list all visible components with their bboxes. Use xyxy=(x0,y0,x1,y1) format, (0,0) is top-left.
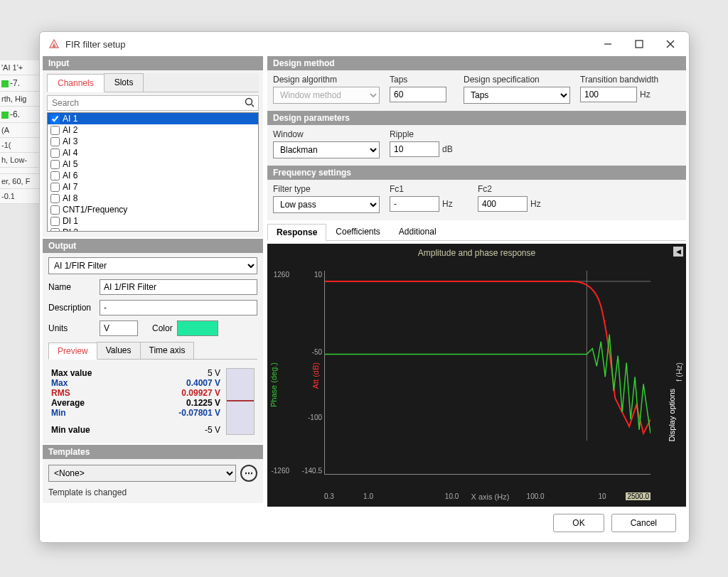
channel-item[interactable]: CNT1/Frequency xyxy=(48,204,258,215)
x-axis-label: X axis (Hz) xyxy=(471,492,510,501)
search-input[interactable] xyxy=(47,95,259,111)
channel-checkbox[interactable] xyxy=(50,137,60,146)
channel-item[interactable]: DI 1 xyxy=(48,215,258,227)
window-select[interactable]: Blackman xyxy=(273,141,380,158)
response-tabs: Response Coefficients Additional xyxy=(267,223,686,241)
tab-values[interactable]: Values xyxy=(97,342,141,359)
channel-checkbox[interactable] xyxy=(50,114,60,124)
freq-settings-header: Frequency settings xyxy=(267,166,686,180)
design-spec-select[interactable]: Taps xyxy=(464,87,570,104)
channel-item[interactable]: AI 2 xyxy=(48,124,258,136)
fir-filter-dialog: FIR filter setup Input Channels Slots AI… xyxy=(39,31,690,543)
name-field[interactable] xyxy=(100,279,257,295)
minimize-button[interactable] xyxy=(592,33,623,55)
channel-list[interactable]: AI 1 AI 2 AI 3 AI 4 AI 5 AI 6 AI 7 AI 8 … xyxy=(47,112,259,232)
input-tabs: Channels Slots xyxy=(47,73,259,92)
tab-preview[interactable]: Preview xyxy=(48,343,97,360)
tab-response[interactable]: Response xyxy=(267,224,326,241)
channel-item[interactable]: AI 6 xyxy=(48,170,258,181)
channel-item[interactable]: AI 1 xyxy=(48,113,258,124)
template-select[interactable]: <None> xyxy=(48,465,236,482)
tab-channels[interactable]: Channels xyxy=(47,74,105,92)
name-label: Name xyxy=(48,282,100,292)
tab-time-axis[interactable]: Time axis xyxy=(140,342,195,359)
tab-slots[interactable]: Slots xyxy=(104,73,144,92)
templates-section-header: Templates xyxy=(43,445,263,459)
channel-item[interactable]: AI 7 xyxy=(48,181,258,193)
fc2-field[interactable] xyxy=(478,196,528,212)
design-algorithm-select[interactable]: Window method xyxy=(273,87,380,104)
channel-item[interactable]: AI 4 xyxy=(48,147,258,158)
close-button[interactable] xyxy=(655,33,686,55)
channel-item[interactable]: AI 3 xyxy=(48,136,258,147)
design-params-header: Design parameters xyxy=(267,111,686,125)
cancel-button[interactable]: Cancel xyxy=(611,514,676,532)
window-title: FIR filter setup xyxy=(65,39,592,50)
right-axis-label: f (Hz) xyxy=(675,362,683,382)
channel-checkbox[interactable] xyxy=(50,194,60,203)
fc1-field[interactable] xyxy=(390,196,439,212)
channel-checkbox[interactable] xyxy=(50,228,60,232)
channel-checkbox[interactable] xyxy=(50,126,60,135)
description-field[interactable] xyxy=(100,300,257,316)
units-field[interactable] xyxy=(100,320,138,336)
taps-field[interactable] xyxy=(390,87,446,102)
level-bar xyxy=(226,368,255,435)
channel-checkbox[interactable] xyxy=(50,149,60,158)
channel-item[interactable]: DI 2 xyxy=(48,227,258,232)
color-label: Color xyxy=(152,323,173,333)
color-picker[interactable] xyxy=(177,320,218,336)
app-logo-icon xyxy=(48,38,60,50)
channel-checkbox[interactable] xyxy=(50,183,60,192)
svg-line-5 xyxy=(252,104,254,107)
output-channel-select[interactable]: AI 1/FIR Filter xyxy=(48,257,257,274)
channel-checkbox[interactable] xyxy=(50,205,60,215)
ripple-field[interactable] xyxy=(390,141,439,157)
search-icon[interactable] xyxy=(245,97,255,109)
channel-checkbox[interactable] xyxy=(50,171,60,180)
tab-additional[interactable]: Additional xyxy=(390,223,446,240)
input-section-header: Input xyxy=(43,56,263,70)
filter-type-select[interactable]: Low pass xyxy=(273,196,380,213)
chart-title: Amplitude and phase response xyxy=(267,244,686,258)
phase-axis-label: Phase (deg.) xyxy=(269,362,278,407)
output-section-header: Output xyxy=(43,239,263,253)
collapse-icon[interactable]: ◀ xyxy=(673,247,683,257)
display-options-button[interactable]: Display options xyxy=(668,389,676,442)
channel-item[interactable]: AI 8 xyxy=(48,193,258,204)
tab-coefficients[interactable]: Coefficients xyxy=(326,223,389,240)
design-method-header: Design method xyxy=(267,56,686,70)
background-window: 'AI 1'+ -7. rth, Hig -6. (A -1( h, Low- … xyxy=(0,60,43,204)
titlebar: FIR filter setup xyxy=(40,32,689,56)
channel-item[interactable]: AI 5 xyxy=(48,158,258,170)
transition-bw-field[interactable] xyxy=(580,87,637,102)
svg-rect-1 xyxy=(636,41,643,48)
response-chart[interactable]: ◀ Amplitude and phase response Phase (de… xyxy=(267,244,686,507)
channel-checkbox[interactable] xyxy=(50,217,60,226)
units-label: Units xyxy=(48,323,100,333)
att-axis-label: Att (dB) xyxy=(311,362,320,389)
channel-checkbox[interactable] xyxy=(50,160,60,169)
template-status: Template is changed xyxy=(48,487,257,497)
svg-point-4 xyxy=(246,99,252,105)
template-more-button[interactable]: ⋯ xyxy=(240,465,257,482)
ok-button[interactable]: OK xyxy=(553,514,604,532)
maximize-button[interactable] xyxy=(623,33,655,55)
description-label: Description xyxy=(48,303,100,313)
